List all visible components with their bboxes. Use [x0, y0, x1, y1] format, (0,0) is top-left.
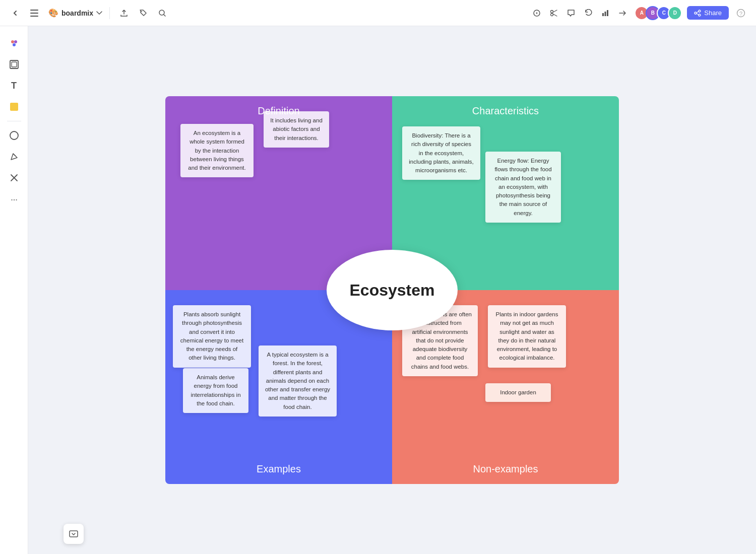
canvas-tool-button[interactable]	[64, 524, 84, 544]
svg-point-17	[14, 40, 17, 43]
sticky-note-non3[interactable]: Indoor garden	[485, 383, 551, 402]
sticky-note-ex2[interactable]: Animals derive energy from food interrel…	[183, 368, 248, 413]
sidebar-tool-more[interactable]: ···	[5, 190, 23, 208]
share-button[interactable]: Share	[687, 6, 729, 20]
svg-text:?: ?	[739, 11, 742, 17]
avatar-group: A B C D	[635, 6, 682, 20]
toolbar-left: 🎨 boardmix	[8, 6, 169, 20]
sidebar-tool-connector[interactable]	[5, 169, 23, 187]
sidebar-tool-sticky[interactable]	[5, 98, 23, 116]
scissors-button[interactable]	[547, 6, 561, 20]
share-label: Share	[704, 9, 722, 17]
tag-button[interactable]	[136, 6, 150, 20]
svg-rect-9	[605, 12, 606, 16]
center-oval[interactable]: Ecosystem	[327, 250, 458, 330]
upload-button[interactable]	[117, 6, 131, 20]
chevron-down-icon	[96, 11, 102, 15]
svg-rect-0	[30, 10, 38, 11]
svg-point-12	[695, 12, 697, 14]
examples-label: Examples	[165, 463, 392, 475]
comment-button[interactable]	[564, 6, 578, 20]
center-label: Ecosystem	[350, 281, 435, 300]
sidebar-divider	[7, 121, 21, 121]
sticky-note-ex3[interactable]: A typical ecosystem is a forest. In the …	[259, 345, 337, 417]
search-button[interactable]	[155, 6, 169, 20]
sticky-note-non2[interactable]: Plants in indoor gardens may not get as …	[488, 305, 566, 368]
characteristics-label: Characteristics	[392, 105, 619, 117]
svg-point-22	[10, 131, 18, 140]
chart-button[interactable]	[598, 6, 612, 20]
brand-name: boardmix	[61, 9, 93, 17]
main-area: T ···	[0, 26, 756, 554]
non-examples-label: Non-examples	[392, 463, 619, 475]
sticky-note-ex1[interactable]: Plants absorb sunlight through photosynt…	[173, 305, 251, 368]
play-button[interactable]	[530, 6, 544, 20]
menu-button[interactable]	[27, 6, 41, 20]
sidebar-tool-pen[interactable]	[5, 148, 23, 166]
sidebar-tool-frame[interactable]	[5, 55, 23, 74]
back-button[interactable]	[8, 6, 22, 20]
more-options-button[interactable]	[615, 6, 629, 20]
svg-rect-20	[12, 62, 17, 67]
toolbar: 🎨 boardmix	[0, 0, 756, 26]
sidebar-tool-text[interactable]: T	[5, 77, 23, 95]
toolbar-right: A B C D Share ?	[530, 6, 748, 20]
sticky-note-char1[interactable]: Biodiversity: There is a rich diversity …	[402, 126, 480, 180]
brand-logo-icon: 🎨	[48, 8, 58, 18]
avatar: D	[668, 6, 682, 20]
left-sidebar: T ···	[0, 26, 28, 554]
svg-rect-10	[607, 10, 608, 16]
sticky-note-char2[interactable]: Energy flow: Energy flows through the fo…	[485, 152, 561, 223]
svg-point-16	[11, 40, 14, 43]
sidebar-tool-shapes[interactable]	[5, 126, 23, 145]
svg-point-18	[13, 43, 16, 46]
concept-map: Definition An ecosystem is a whole syste…	[165, 96, 619, 484]
svg-rect-23	[70, 531, 78, 537]
canvas-area[interactable]: Definition An ecosystem is a whole syste…	[28, 26, 756, 554]
svg-point-11	[699, 10, 701, 12]
toolbar-divider-1	[109, 7, 110, 19]
svg-rect-1	[30, 13, 38, 14]
svg-rect-2	[30, 16, 38, 17]
svg-rect-8	[602, 13, 604, 16]
svg-rect-21	[10, 103, 18, 111]
sidebar-tool-palette[interactable]	[5, 34, 23, 52]
svg-point-13	[699, 14, 701, 16]
svg-point-3	[141, 11, 142, 12]
sticky-note-def1[interactable]: An ecosystem is a whole system formed by…	[180, 124, 254, 177]
sticky-note-def2[interactable]: It includes living and abiotic factors a…	[264, 111, 329, 148]
undo-button[interactable]	[581, 6, 595, 20]
right-tool-icons	[530, 6, 629, 20]
brand-area[interactable]: 🎨 boardmix	[48, 8, 102, 18]
help-button[interactable]: ?	[734, 6, 748, 20]
